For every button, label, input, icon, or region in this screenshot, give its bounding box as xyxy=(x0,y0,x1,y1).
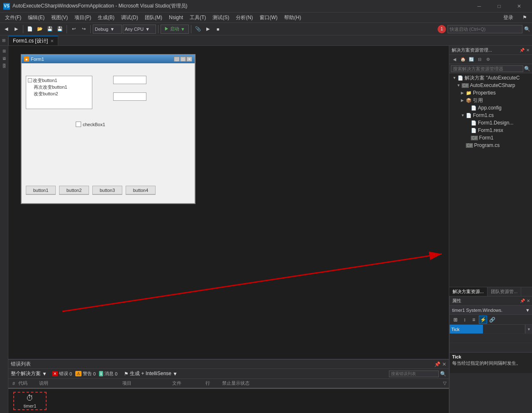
tree-properties[interactable]: ▶ 📁 Properties xyxy=(449,89,532,97)
tab-form1-design[interactable]: Form1.cs [设计] ✕ xyxy=(8,36,58,45)
menu-analyze[interactable]: 分析(N) xyxy=(233,12,256,22)
start-button[interactable]: ▶ 启动 ▼ xyxy=(161,25,189,34)
solution-toolbar-settings[interactable]: ⚙ xyxy=(484,56,492,63)
timer1-component[interactable]: ⏱ timer1 xyxy=(13,392,47,410)
restore-button[interactable]: □ xyxy=(490,0,509,12)
form-button4[interactable]: button4 xyxy=(126,186,156,195)
panel-pin-btn-error[interactable]: 📌 xyxy=(434,361,440,367)
sol-tab-team[interactable]: 团队资源管... xyxy=(487,287,521,296)
cpu-dropdown[interactable]: Any CPU ▼ xyxy=(123,25,156,34)
prop-link-btn[interactable]: 🔗 xyxy=(488,316,496,324)
form-button1[interactable]: button1 xyxy=(26,186,56,195)
feedback-icon[interactable]: ⚑ xyxy=(519,14,530,21)
prop-grid-btn[interactable]: ⊞ xyxy=(451,316,460,324)
new-project-btn[interactable]: 📄 xyxy=(25,25,35,34)
panel-close-btn-error[interactable]: ✕ xyxy=(442,361,446,367)
tree-solution[interactable]: ▼ 📄 解决方案 "AutoExecuteC xyxy=(449,74,532,82)
notification-icon[interactable]: 1 xyxy=(438,25,446,33)
form-title-text: Form1 xyxy=(31,57,44,62)
prop-tick-value[interactable]: ▼ xyxy=(483,325,532,333)
menu-project[interactable]: 项目(P) xyxy=(71,12,94,22)
tree-programcs[interactable]: C# Program.cs xyxy=(449,142,532,149)
tree-references[interactable]: ▶ 📦 引用 xyxy=(449,97,532,104)
undo-btn[interactable]: ↩ xyxy=(69,25,78,34)
stop-btn[interactable]: ■ xyxy=(213,25,223,34)
run-btn[interactable]: ▶ xyxy=(203,25,213,34)
server-icon[interactable]: 🖥 xyxy=(1,55,7,62)
menu-team[interactable]: 团队(M) xyxy=(141,12,166,22)
textbox2[interactable] xyxy=(113,92,146,101)
solution-close-btn[interactable]: ✕ xyxy=(526,48,530,52)
solution-toolbar-collapse[interactable]: ⊟ xyxy=(476,56,483,63)
prop-tick-dropdown[interactable]: ▼ xyxy=(525,325,532,333)
props-close-btn[interactable]: ✕ xyxy=(527,299,530,303)
menu-test[interactable]: 测试(S) xyxy=(209,12,233,22)
filter-col-icon[interactable]: ▽ xyxy=(443,381,446,386)
redo-btn[interactable]: ↪ xyxy=(79,25,88,34)
tree-form1design[interactable]: 📄 Form1.Design... xyxy=(449,119,532,127)
save-btn[interactable]: 💾 xyxy=(45,25,54,34)
form-min-btn[interactable]: _ xyxy=(174,57,180,62)
form-max-btn[interactable]: □ xyxy=(180,57,186,62)
textbox1[interactable] xyxy=(113,76,146,84)
refs-label: 引用 xyxy=(473,97,483,104)
sol-tab-solution[interactable]: 解决方案资源... xyxy=(449,287,487,296)
solution-toolbar-home[interactable]: 🏠 xyxy=(459,56,467,63)
toolbox-icon[interactable]: ⊞ xyxy=(0,35,8,45)
data-icon[interactable]: 🗄 xyxy=(1,62,7,69)
form-button3[interactable]: button3 xyxy=(92,186,122,195)
solution-search-icon[interactable]: 🔍 xyxy=(524,66,530,72)
prop-event-btn[interactable]: ⚡ xyxy=(479,316,487,324)
tree-item-1[interactable]: - 改变button1 xyxy=(27,77,91,84)
menu-tools[interactable]: 工具(T) xyxy=(186,12,209,22)
error-filter[interactable]: ✕ 错误 0 xyxy=(52,371,72,377)
menu-debug[interactable]: 调试(D) xyxy=(118,12,141,22)
designer-area[interactable]: ■ Form1 _ □ ✕ - 改变button1 xyxy=(8,46,449,359)
open-btn[interactable]: 📂 xyxy=(35,25,45,34)
save-all-btn[interactable]: 💾 xyxy=(55,25,64,34)
tree-form1[interactable]: C# Form1 xyxy=(449,134,532,142)
tree-appconfig[interactable]: 📄 App.config xyxy=(449,104,532,112)
solution-toolbar-refresh[interactable]: 🔄 xyxy=(468,56,475,63)
attach-btn[interactable]: 📎 xyxy=(193,25,203,34)
close-button[interactable]: ✕ xyxy=(510,0,529,12)
tree-project[interactable]: ▼ C# AutoExecuteCSharp xyxy=(449,82,532,89)
treeview-control[interactable]: - 改变button1 再次改变button1 改变button2 xyxy=(26,76,92,109)
tree-form1cs[interactable]: ▼ 📄 Form1.cs xyxy=(449,112,532,119)
solution-pin-btn[interactable]: 📌 xyxy=(520,48,525,52)
form-close-btn[interactable]: ✕ xyxy=(186,57,192,62)
warning-filter[interactable]: ⚠ 警告 0 xyxy=(75,371,96,377)
prop-property-btn[interactable]: ≡ xyxy=(470,316,478,324)
menu-edit[interactable]: 编辑(E) xyxy=(25,12,48,22)
solution-search-input[interactable] xyxy=(451,65,523,72)
tree-sub-item-2[interactable]: 改变button2 xyxy=(27,90,91,97)
back-btn[interactable]: ◀ xyxy=(2,25,11,34)
menu-build[interactable]: 生成(B) xyxy=(94,12,118,22)
debug-dropdown[interactable]: Debug ▼ xyxy=(93,25,122,34)
quick-launch-input[interactable] xyxy=(448,25,522,33)
menu-help[interactable]: 帮助(H) xyxy=(281,12,304,22)
error-search-icon[interactable]: 🔍 xyxy=(440,371,446,377)
props-pin-btn[interactable]: 📌 xyxy=(520,299,525,303)
form-button2[interactable]: button2 xyxy=(59,186,89,195)
solution-filter[interactable]: 整个解决方案 ▼ xyxy=(11,370,47,377)
login-button[interactable]: 登录 xyxy=(500,13,517,22)
menu-nsight[interactable]: Nsight xyxy=(166,12,186,22)
menu-window[interactable]: 窗口(W) xyxy=(256,12,281,22)
build-filter-dropdown[interactable]: ⚑ 生成 + IntelliSense ▼ xyxy=(124,370,178,377)
solution-toolbar-back[interactable]: ◀ xyxy=(451,56,458,63)
checkbox1[interactable] xyxy=(76,122,81,127)
forward-btn[interactable]: ▶ xyxy=(12,25,21,34)
prop-sort-btn[interactable]: ↕ xyxy=(460,316,469,324)
menu-view[interactable]: 视图(V) xyxy=(48,12,71,22)
info-filter[interactable]: ℹ 消息 0 xyxy=(99,371,117,377)
tree-form1resx[interactable]: 📄 Form1.resx xyxy=(449,127,532,134)
tab-close-icon[interactable]: ✕ xyxy=(50,39,54,43)
tree-expand-icon[interactable]: - xyxy=(28,78,32,82)
toolbox-sidebar-icon[interactable]: ⊞ xyxy=(1,47,7,54)
minimize-button[interactable]: ─ xyxy=(470,0,489,12)
tree-sub-item-1[interactable]: 再次改变button1 xyxy=(27,84,91,90)
menu-file[interactable]: 文件(F) xyxy=(2,12,25,22)
error-search-input[interactable] xyxy=(389,371,439,377)
prop-object-dropdown[interactable]: ▼ xyxy=(525,308,530,313)
